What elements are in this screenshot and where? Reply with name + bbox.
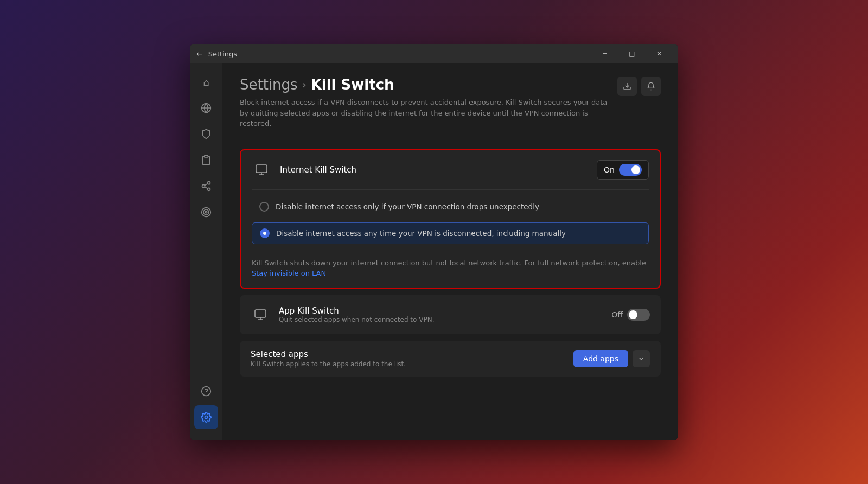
- selected-apps-controls: Add apps: [573, 350, 650, 367]
- radio-text-1: Disable internet access only if your VPN…: [276, 202, 539, 211]
- toggle-thumb-off: [629, 310, 637, 319]
- selected-apps-main: Selected apps Kill Switch applies to the…: [240, 341, 661, 377]
- window-title: Settings: [208, 50, 592, 58]
- radio-circle-2: [260, 228, 270, 238]
- selected-apps-card: Selected apps Kill Switch applies to the…: [240, 341, 661, 377]
- download-button[interactable]: [617, 77, 637, 96]
- sidebar-item-globe[interactable]: [194, 96, 218, 120]
- app-kill-switch-sublabel: Quit selected apps when not connected to…: [279, 316, 603, 323]
- radio-option-1[interactable]: Disable internet access only if your VPN…: [252, 196, 649, 217]
- radio-section: Disable internet access only if your VPN…: [241, 190, 660, 251]
- header-left: Settings › Kill Switch Block internet ac…: [240, 77, 617, 129]
- internet-kill-switch-card: Internet Kill Switch On: [240, 149, 661, 289]
- breadcrumb-separator: ›: [302, 78, 307, 91]
- internet-kill-switch-label: Internet Kill Switch: [280, 165, 588, 175]
- svg-rect-18: [255, 310, 266, 317]
- sidebar-item-clipboard[interactable]: [194, 148, 218, 172]
- svg-point-8: [202, 208, 211, 217]
- svg-point-4: [202, 185, 205, 188]
- radio-circle-1: [259, 202, 269, 212]
- info-section: Kill Switch shuts down your internet con…: [241, 251, 660, 288]
- svg-point-3: [208, 182, 210, 184]
- header-icons: [617, 77, 661, 96]
- breadcrumb: Settings › Kill Switch: [240, 77, 617, 93]
- app-kill-switch-row: App Kill Switch Quit selected apps when …: [240, 295, 661, 334]
- sidebar: ⌂: [190, 63, 222, 440]
- selected-apps-sub: Kill Switch applies to the apps added to…: [251, 360, 573, 368]
- stay-invisible-link[interactable]: Stay invisible on LAN: [252, 269, 326, 277]
- sidebar-item-target[interactable]: [194, 200, 218, 224]
- add-apps-button[interactable]: Add apps: [573, 350, 628, 367]
- app-body: ⌂: [190, 63, 678, 440]
- app-kill-switch-toggle[interactable]: [627, 309, 650, 321]
- content-main: Internet Kill Switch On: [222, 136, 678, 441]
- sidebar-item-settings[interactable]: [194, 405, 218, 429]
- selected-apps-info: Selected apps Kill Switch applies to the…: [251, 349, 573, 368]
- notification-button[interactable]: [641, 77, 661, 96]
- svg-line-6: [205, 187, 208, 188]
- breadcrumb-current: Kill Switch: [311, 77, 394, 93]
- close-button[interactable]: ✕: [647, 46, 672, 62]
- content-area: Settings › Kill Switch Block internet ac…: [222, 63, 678, 440]
- radio-option-2[interactable]: Disable internet access any time your VP…: [252, 222, 649, 244]
- selected-apps-title: Selected apps: [251, 349, 573, 359]
- app-kill-switch-icon: [251, 305, 270, 324]
- svg-rect-15: [256, 165, 267, 173]
- back-button[interactable]: ←: [196, 49, 203, 58]
- svg-rect-2: [205, 156, 208, 157]
- internet-kill-switch-toggle[interactable]: [619, 164, 642, 176]
- maximize-button[interactable]: □: [620, 46, 644, 62]
- internet-kill-switch-icon: [252, 160, 271, 180]
- sidebar-item-help[interactable]: [194, 379, 218, 403]
- app-kill-switch-label: App Kill Switch: [279, 306, 603, 316]
- svg-point-13: [205, 416, 208, 419]
- app-kill-switch-toggle-label: Off: [611, 310, 623, 319]
- toggle-thumb-on: [631, 165, 640, 174]
- svg-line-7: [205, 183, 208, 185]
- internet-kill-switch-row: Internet Kill Switch On: [241, 150, 660, 189]
- window-controls: ─ □ ✕: [592, 46, 672, 62]
- app-kill-switch-text: App Kill Switch Quit selected apps when …: [279, 306, 603, 323]
- internet-kill-switch-toggle-label: On: [604, 165, 615, 174]
- minimize-button[interactable]: ─: [592, 46, 617, 62]
- radio-text-2: Disable internet access any time your VP…: [276, 229, 566, 238]
- svg-point-5: [208, 188, 210, 190]
- svg-point-9: [203, 209, 209, 215]
- sidebar-bottom: [194, 379, 218, 434]
- sidebar-item-home[interactable]: ⌂: [194, 70, 218, 94]
- internet-kill-switch-toggle-container[interactable]: On: [597, 160, 649, 180]
- app-window: ← Settings ─ □ ✕ ⌂: [190, 44, 678, 440]
- title-bar: ← Settings ─ □ ✕: [190, 44, 678, 63]
- toggle-track-off: [627, 309, 650, 321]
- sidebar-item-shield[interactable]: [194, 122, 218, 146]
- content-header: Settings › Kill Switch Block internet ac…: [222, 63, 678, 136]
- header-description: Block internet access if a VPN disconnec…: [240, 97, 617, 129]
- breadcrumb-settings: Settings: [240, 77, 298, 93]
- toggle-track-on: [619, 164, 642, 176]
- app-kill-switch-card: App Kill Switch Quit selected apps when …: [240, 295, 661, 334]
- info-text: Kill Switch shuts down your internet con…: [252, 258, 649, 279]
- svg-point-10: [205, 211, 207, 213]
- chevron-down-button[interactable]: [633, 350, 650, 367]
- sidebar-item-share[interactable]: [194, 174, 218, 198]
- app-kill-switch-toggle-container[interactable]: Off: [611, 309, 650, 321]
